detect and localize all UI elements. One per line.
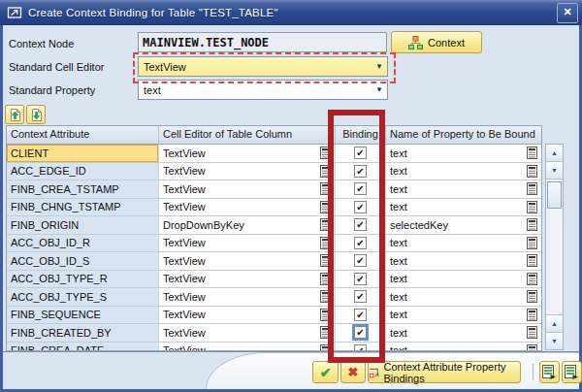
binding-checkbox[interactable]: [354, 290, 367, 303]
standard-property-select[interactable]: text ▼: [138, 80, 388, 100]
cancel-button[interactable]: ✖: [340, 361, 366, 383]
value-list-icon[interactable]: [320, 165, 331, 178]
vertical-scrollbar[interactable]: ▲ ▼ ▲ ▼: [545, 144, 564, 350]
attribute-cell[interactable]: ACC_OBJ_ID_S: [7, 252, 159, 270]
attribute-cell[interactable]: ACC_EDGE_ID: [7, 163, 159, 180]
value-list-icon[interactable]: [320, 237, 331, 249]
binding-checkbox[interactable]: [354, 344, 367, 351]
value-list-icon[interactable]: [527, 218, 537, 231]
scroll-up-button[interactable]: ▲: [546, 314, 563, 332]
attribute-cell[interactable]: FINB_CREA_TSTAMP: [7, 180, 159, 198]
editor-cell[interactable]: TextView: [159, 145, 336, 162]
col-header-property[interactable]: Name of Property to Be Bound: [386, 126, 541, 144]
editor-cell[interactable]: TextView: [159, 343, 336, 352]
confirm-button[interactable]: ✔: [312, 361, 339, 383]
value-list-icon[interactable]: [320, 273, 331, 285]
attribute-cell[interactable]: FINB_ORIGIN: [7, 216, 159, 234]
configuration-button-2[interactable]: [562, 361, 582, 383]
binding-checkbox[interactable]: [354, 326, 367, 339]
property-value: text: [390, 183, 407, 195]
editor-cell[interactable]: TextView: [159, 288, 336, 306]
context-attribute-property-bindings-button[interactable]: Context Attribute Property Bindings: [368, 361, 521, 383]
chevron-down-icon[interactable]: ▼: [375, 63, 383, 71]
value-list-icon[interactable]: [527, 237, 537, 249]
property-cell[interactable]: text: [386, 343, 541, 352]
attribute-cell[interactable]: FINB_SEQUENCE: [7, 307, 159, 324]
col-header-context-attribute[interactable]: Context Attribute: [7, 126, 159, 144]
binding-checkbox[interactable]: [354, 273, 367, 285]
scroll-down-button[interactable]: ▼: [546, 332, 563, 349]
value-list-icon[interactable]: [320, 182, 331, 195]
attribute-cell[interactable]: FINB_CREATED_BY: [7, 324, 159, 342]
binding-checkbox[interactable]: [354, 182, 367, 195]
close-button[interactable]: ✕: [557, 3, 578, 23]
value-list-icon[interactable]: [320, 218, 331, 231]
col-header-cell-editor[interactable]: Cell Editor of Table Column: [159, 126, 336, 144]
value-list-icon[interactable]: [320, 290, 331, 303]
binding-checkbox[interactable]: [354, 237, 367, 249]
attribute-cell[interactable]: ACC_OBJ_ID_R: [7, 235, 159, 252]
binding-checkbox[interactable]: [354, 254, 367, 267]
context-node-field[interactable]: MAINVIEW.TEST_NODE: [138, 32, 387, 52]
col-header-binding[interactable]: Binding: [336, 126, 386, 144]
value-list-icon[interactable]: [527, 254, 537, 267]
copy-down-button[interactable]: [26, 105, 46, 124]
editor-cell[interactable]: TextView: [159, 163, 336, 180]
binding-checkbox[interactable]: [354, 309, 367, 321]
value-list-icon[interactable]: [320, 344, 331, 351]
editor-cell[interactable]: TextView: [159, 307, 336, 324]
editor-cell[interactable]: TextView: [159, 235, 336, 252]
editor-value: TextView: [163, 147, 206, 159]
property-cell[interactable]: text: [386, 324, 541, 342]
value-list-icon[interactable]: [527, 201, 537, 213]
value-list-icon[interactable]: [527, 326, 537, 339]
value-list-icon[interactable]: [320, 326, 331, 339]
property-cell[interactable]: text: [386, 235, 541, 252]
property-cell[interactable]: text: [386, 271, 541, 288]
property-value: text: [390, 309, 407, 320]
value-list-icon[interactable]: [527, 309, 537, 321]
value-list-icon[interactable]: [527, 147, 537, 159]
value-list-icon[interactable]: [320, 309, 331, 321]
standard-cell-editor-select[interactable]: TextView ▼: [138, 56, 388, 77]
value-list-icon[interactable]: [320, 201, 331, 213]
binding-checkbox[interactable]: [354, 165, 367, 178]
property-cell[interactable]: text: [386, 180, 541, 198]
value-list-icon[interactable]: [527, 344, 537, 351]
editor-cell[interactable]: TextView: [159, 271, 336, 288]
value-list-icon[interactable]: [527, 273, 537, 285]
binding-checkbox[interactable]: [354, 147, 367, 159]
binding-checkbox[interactable]: [354, 218, 367, 231]
context-button[interactable]: Context: [391, 31, 482, 53]
property-cell[interactable]: text: [386, 163, 541, 180]
value-list-icon[interactable]: [527, 165, 537, 178]
property-cell[interactable]: selectedKey: [386, 216, 541, 234]
editor-cell[interactable]: TextView: [159, 252, 336, 270]
property-cell[interactable]: text: [386, 288, 541, 306]
value-list-icon[interactable]: [527, 182, 537, 195]
value-list-icon[interactable]: [320, 147, 331, 159]
attribute-cell[interactable]: FINB_CHNG_TSTAMP: [7, 199, 159, 216]
scroll-up-button[interactable]: ▲: [546, 145, 563, 162]
attribute-cell[interactable]: ACC_OBJ_TYPE_S: [7, 288, 159, 306]
property-cell[interactable]: text: [386, 307, 541, 324]
value-list-icon[interactable]: [320, 254, 331, 267]
scroll-down-button[interactable]: ▼: [546, 162, 563, 180]
binding-checkbox[interactable]: [354, 201, 367, 213]
value-list-icon[interactable]: [527, 290, 537, 303]
editor-cell[interactable]: DropDownByKey: [159, 216, 336, 234]
table-row: FINB_CREA_TSTAMP TextView text: [7, 180, 541, 199]
chevron-down-icon[interactable]: ▼: [375, 86, 383, 94]
editor-cell[interactable]: TextView: [159, 199, 336, 216]
property-cell[interactable]: text: [386, 252, 541, 270]
attribute-cell[interactable]: CLIENT: [7, 145, 159, 162]
attribute-cell[interactable]: ACC_OBJ_TYPE_R: [7, 271, 159, 288]
property-cell[interactable]: text: [386, 145, 541, 162]
scrollbar-thumb[interactable]: [547, 181, 562, 209]
property-cell[interactable]: text: [386, 199, 541, 216]
configuration-button-1[interactable]: [539, 361, 560, 383]
editor-cell[interactable]: TextView: [159, 180, 336, 198]
editor-cell[interactable]: TextView: [159, 324, 336, 342]
attribute-cell[interactable]: FINB_CREA_DATE: [7, 343, 159, 352]
copy-up-button[interactable]: [5, 105, 24, 124]
